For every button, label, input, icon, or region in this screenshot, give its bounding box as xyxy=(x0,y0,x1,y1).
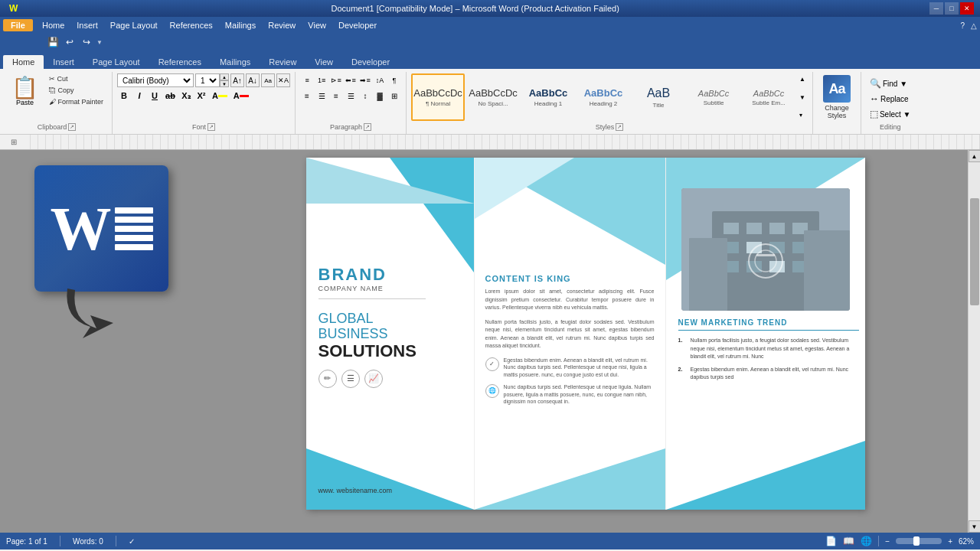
style-heading1[interactable]: AaBbCc Heading 1 xyxy=(521,73,575,121)
tab-developer[interactable]: Developer xyxy=(342,55,399,69)
minimize-button[interactable]: ─ xyxy=(929,2,943,15)
style-heading2[interactable]: AaBbCc Heading 2 xyxy=(577,73,630,121)
chart-icon[interactable]: 📈 xyxy=(364,370,383,388)
menu-review[interactable]: Review xyxy=(262,19,302,31)
select-button[interactable]: ⬚ Select ▼ xyxy=(866,107,914,121)
cut-button[interactable]: ✂ Cut xyxy=(45,73,107,84)
styles-more[interactable]: ▾ xyxy=(799,111,806,119)
multilevel-button[interactable]: ⊳≡ xyxy=(329,73,343,87)
align-center-button[interactable]: ☰ xyxy=(315,89,328,103)
list-icon[interactable]: ☰ xyxy=(341,370,360,388)
view-reading-icon[interactable]: 📖 xyxy=(843,536,854,546)
save-qa-button[interactable]: 💾 xyxy=(46,35,60,49)
menu-insert[interactable]: Insert xyxy=(70,19,104,31)
bullets-button[interactable]: ≡ xyxy=(300,73,314,87)
font-color-button[interactable]: A xyxy=(231,89,251,103)
grow-font-button[interactable]: A↑ xyxy=(230,73,244,87)
style-subtitle[interactable]: AaBbCc Subtitle xyxy=(687,73,740,121)
change-case-button[interactable]: Aa xyxy=(261,73,275,87)
line-spacing-button[interactable]: ↕ xyxy=(358,89,372,103)
marketing-text-1: Nullam porta facilisis justo, a feugiat … xyxy=(691,337,859,361)
scroll-down-button[interactable]: ▼ xyxy=(969,520,981,533)
styles-scroll-up[interactable]: ▲ xyxy=(799,75,806,83)
superscript-button[interactable]: X² xyxy=(194,89,208,103)
scroll-thumb[interactable] xyxy=(970,198,979,305)
numbering-button[interactable]: 1≡ xyxy=(315,73,328,87)
change-styles-button[interactable]: Aa ChangeStyles xyxy=(818,73,856,121)
scroll-up-button[interactable]: ▲ xyxy=(969,150,981,162)
font-size-select[interactable]: 11 xyxy=(195,73,220,87)
zoom-slider[interactable] xyxy=(896,538,942,544)
tab-view[interactable]: View xyxy=(305,55,342,69)
pencil-icon[interactable]: ✏ xyxy=(318,370,337,388)
increase-indent-button[interactable]: ➡≡ xyxy=(358,73,372,87)
list-num-1: 1. xyxy=(678,337,688,361)
shading-button[interactable]: ▓ xyxy=(373,89,387,103)
font-size-up-button[interactable]: ▲ xyxy=(220,73,229,80)
bm-btri xyxy=(475,448,665,510)
clear-format-button[interactable]: ✕A xyxy=(276,73,290,87)
vertical-scrollbar[interactable]: ▲ ▼ xyxy=(968,150,980,533)
menu-home[interactable]: Home xyxy=(36,19,70,31)
undo-qa-button[interactable]: ↩ xyxy=(63,35,77,49)
paste-button[interactable]: 📋 Paste xyxy=(6,73,44,110)
help-icon[interactable]: ? xyxy=(960,21,965,30)
view-normal-icon[interactable]: 📄 xyxy=(825,536,837,546)
replace-button[interactable]: ↔ Replace xyxy=(866,92,913,106)
tab-review[interactable]: Review xyxy=(260,55,305,69)
view-web-icon[interactable]: 🌐 xyxy=(861,536,872,546)
zoom-in-button[interactable]: + xyxy=(948,537,952,546)
bold-button[interactable]: B xyxy=(117,89,131,103)
menu-references[interactable]: References xyxy=(164,19,219,31)
document-page-wrapper[interactable]: BRAND COMPANY NAME GLOBAL BUSINESS SOLUT… xyxy=(203,150,968,533)
tab-references[interactable]: References xyxy=(149,55,211,69)
file-menu[interactable]: File xyxy=(3,19,33,31)
format-painter-button[interactable]: 🖌 Format Painter xyxy=(45,96,107,107)
style-subtle-em[interactable]: AaBbCc Subtle Em... xyxy=(742,73,795,121)
style-title[interactable]: AaB Title xyxy=(632,73,685,121)
scroll-track[interactable] xyxy=(969,162,980,520)
styles-expander[interactable]: ↗ xyxy=(616,123,623,131)
show-hide-button[interactable]: ¶ xyxy=(387,73,401,87)
style-no-spacing[interactable]: AaBbCcDc No Spaci... xyxy=(466,73,520,121)
menu-developer[interactable]: Developer xyxy=(332,19,383,31)
styles-scroll-down[interactable]: ▼ xyxy=(799,93,806,102)
clipboard-expander[interactable]: ↗ xyxy=(68,123,76,131)
menu-mailings[interactable]: Mailings xyxy=(219,19,262,31)
close-button[interactable]: ✕ xyxy=(960,2,974,15)
style-normal[interactable]: AaBbCcDc ¶ Normal xyxy=(411,73,465,121)
align-right-button[interactable]: ≡ xyxy=(329,89,343,103)
font-expander[interactable]: ↗ xyxy=(207,123,215,131)
borders-button[interactable]: ⊞ xyxy=(387,89,401,103)
highlight-button[interactable]: A xyxy=(210,89,230,103)
collapse-icon[interactable]: △ xyxy=(971,21,977,30)
sort-button[interactable]: ↕A xyxy=(373,73,387,87)
redo-qa-button[interactable]: ↪ xyxy=(80,35,93,49)
maximize-button[interactable]: □ xyxy=(945,2,959,15)
paragraph-expander[interactable]: ↗ xyxy=(364,123,371,131)
feature-icon-2: 🌐 xyxy=(485,384,499,398)
menu-page-layout[interactable]: Page Layout xyxy=(104,19,164,31)
font-size-down-button[interactable]: ▼ xyxy=(220,80,229,87)
website-url: www. websitename.com xyxy=(318,487,393,494)
shrink-font-button[interactable]: A↓ xyxy=(246,73,260,87)
italic-button[interactable]: I xyxy=(132,89,146,103)
qa-dropdown-button[interactable]: ▼ xyxy=(96,39,103,46)
justify-button[interactable]: ☰ xyxy=(344,89,358,103)
subscript-button[interactable]: X₂ xyxy=(179,89,193,103)
zoom-out-button[interactable]: − xyxy=(885,537,890,546)
underline-button[interactable]: U xyxy=(148,89,162,103)
copy-button[interactable]: ⿻ Copy xyxy=(45,85,107,96)
menu-view[interactable]: View xyxy=(302,19,332,31)
tab-mailings[interactable]: Mailings xyxy=(211,55,260,69)
find-button[interactable]: 🔍 Find ▼ xyxy=(866,77,911,90)
tab-insert[interactable]: Insert xyxy=(44,55,83,69)
decrease-indent-button[interactable]: ⬅≡ xyxy=(344,73,358,87)
align-left-button[interactable]: ≡ xyxy=(300,89,314,103)
ruler-toggle-icon[interactable]: ⊞ xyxy=(11,138,17,146)
font-name-select[interactable]: Calibri (Body) xyxy=(117,73,194,87)
tab-page-layout[interactable]: Page Layout xyxy=(83,55,149,69)
strikethrough-button[interactable]: ab xyxy=(163,89,178,103)
document-page[interactable]: BRAND COMPANY NAME GLOBAL BUSINESS SOLUT… xyxy=(306,158,865,510)
tab-home[interactable]: Home xyxy=(3,55,44,69)
